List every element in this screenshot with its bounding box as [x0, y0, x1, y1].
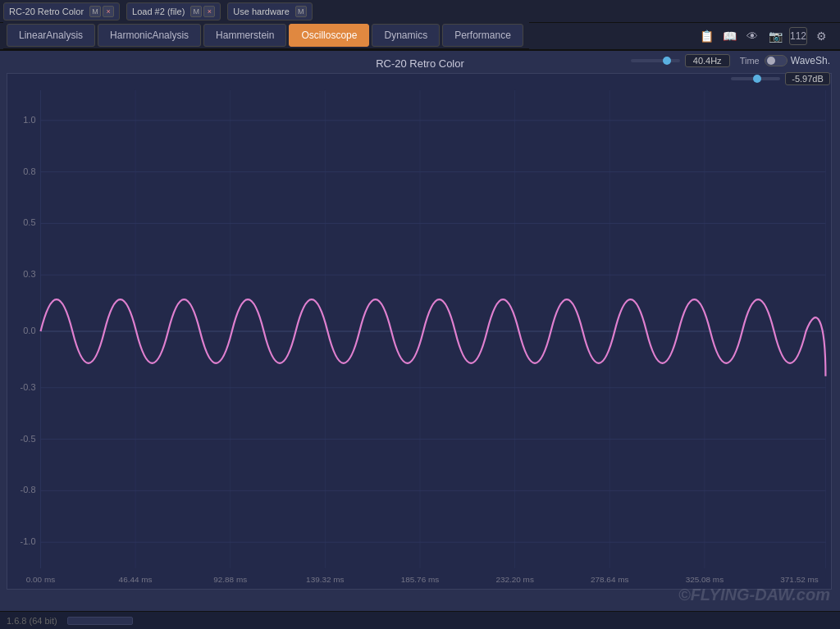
wavesh-toggle[interactable]: WaveSh.: [765, 55, 830, 66]
clipboard-icon[interactable]: 📋: [697, 27, 715, 45]
db-value-display: -5.97dB: [785, 72, 830, 85]
db-slider[interactable]: [731, 77, 780, 80]
tab-hammerstein[interactable]: Hammerstein: [203, 24, 286, 47]
freq-slider-dot[interactable]: [663, 57, 671, 65]
svg-text:139.32 ms: 139.32 ms: [306, 575, 344, 584]
svg-text:-0.8: -0.8: [21, 485, 36, 495]
settings-icon[interactable]: ⚙: [812, 27, 830, 45]
top-bar: RC-20 Retro Color M × Load #2 (file) M ×…: [0, 0, 840, 23]
svg-text:371.52 ms: 371.52 ms: [780, 575, 818, 584]
wavesh-label: WaveSh.: [791, 55, 830, 66]
tab-oscilloscope[interactable]: Oscilloscope: [289, 24, 369, 47]
svg-text:-0.5: -0.5: [21, 434, 36, 444]
tab-load2-x-btn[interactable]: ×: [203, 6, 215, 17]
oscilloscope-chart: 1.0 0.8 0.5 0.3 0.0 -0.3 -0.5 -0.8 -1.0 …: [7, 73, 832, 590]
svg-text:-0.3: -0.3: [21, 382, 36, 392]
svg-text:0.3: 0.3: [23, 269, 35, 279]
svg-text:1.0: 1.0: [23, 115, 35, 125]
nav-tabs: LinearAnalysis HarmonicAnalysis Hammerst…: [3, 22, 529, 50]
tab-rc20: RC-20 Retro Color M ×: [3, 2, 120, 21]
tab-rc20-m-btn[interactable]: M: [89, 6, 101, 17]
status-bar: 1.6.8 (64 bit): [0, 611, 840, 629]
chart-wrapper: 40.4Hz Time WaveSh. -5.97dB RC-20 Retro …: [0, 51, 840, 593]
freq-controls-row: 40.4Hz Time WaveSh.: [631, 54, 830, 67]
tab-linear-analysis[interactable]: LinearAnalysis: [7, 24, 95, 47]
toggle-knob: [767, 57, 775, 65]
svg-text:0.8: 0.8: [23, 166, 35, 176]
number-icon[interactable]: 112: [789, 27, 807, 45]
tab-rc20-x-btn[interactable]: ×: [103, 6, 114, 17]
svg-text:-1.0: -1.0: [21, 536, 36, 546]
tab-load2-m-btn[interactable]: M: [190, 6, 202, 17]
tab-performance[interactable]: Performance: [442, 24, 523, 47]
svg-text:185.76 ms: 185.76 ms: [401, 575, 439, 584]
tab-hardware-label: Use hardware: [233, 7, 289, 16]
tab-hardware-m-btn[interactable]: M: [295, 6, 307, 17]
svg-text:232.20 ms: 232.20 ms: [495, 575, 533, 584]
eye-icon[interactable]: 👁: [743, 27, 761, 45]
svg-text:0.00 ms: 0.00 ms: [26, 575, 55, 584]
wavesh-toggle-switch[interactable]: [765, 55, 788, 66]
book-icon[interactable]: 📖: [720, 27, 738, 45]
tab-dynamics[interactable]: Dynamics: [372, 24, 440, 47]
svg-text:0.5: 0.5: [23, 217, 35, 227]
version-label: 1.6.8 (64 bit): [7, 616, 57, 626]
camera-icon[interactable]: 📷: [766, 27, 784, 45]
tab-rc20-label: RC-20 Retro Color: [9, 7, 84, 16]
svg-text:325.08 ms: 325.08 ms: [686, 575, 724, 584]
tab-load2-label: Load #2 (file): [132, 7, 185, 16]
time-label: Time: [740, 56, 760, 66]
svg-text:46.44 ms: 46.44 ms: [119, 575, 153, 584]
toolbar-icons: 📋 📖 👁 📷 112 ⚙: [697, 27, 837, 45]
db-slider-dot[interactable]: [753, 75, 761, 83]
freq-value-display: 40.4Hz: [685, 54, 730, 67]
db-controls-row: -5.97dB: [731, 72, 830, 85]
tab-hardware: Use hardware M: [227, 2, 312, 21]
svg-text:92.88 ms: 92.88 ms: [213, 575, 247, 584]
svg-text:278.64 ms: 278.64 ms: [591, 575, 628, 584]
svg-text:0.0: 0.0: [23, 326, 35, 335]
freq-slider[interactable]: [631, 59, 680, 62]
tab-harmonic-analysis[interactable]: HarmonicAnalysis: [98, 24, 201, 47]
tab-load2: Load #2 (file) M ×: [126, 2, 221, 21]
